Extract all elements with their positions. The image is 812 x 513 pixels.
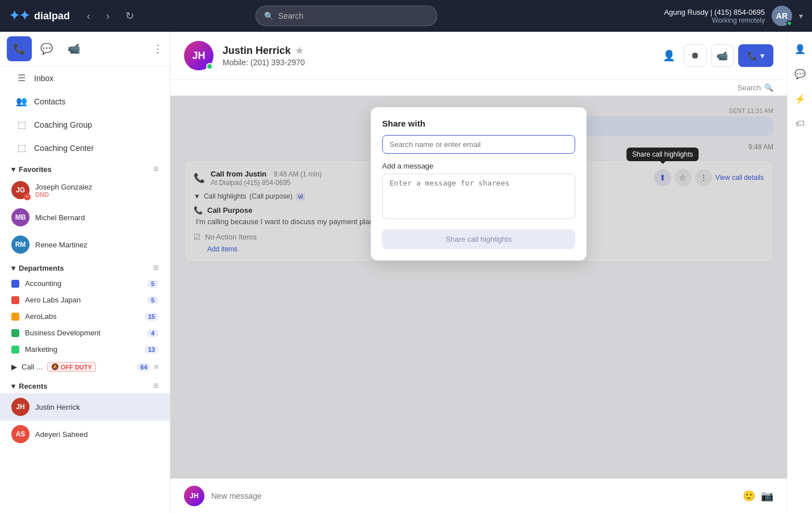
- chat-search-row: Search 🔍: [170, 80, 787, 96]
- avatar[interactable]: AR: [772, 6, 792, 26]
- aero-labs-japan-name: Aero Labs Japan: [25, 296, 81, 304]
- chat-area[interactable]: Share with Add a message Share call high…: [170, 96, 787, 478]
- joseph-name: Joseph Gonzalez: [35, 183, 92, 191]
- star-icon[interactable]: ★: [295, 45, 303, 56]
- sidebar-item-coaching-group[interactable]: ⬚ Coaching Group: [5, 113, 165, 136]
- search-icon: 🔍: [764, 83, 773, 92]
- share-modal-title: Share with: [382, 119, 575, 128]
- dept-item-marketing[interactable]: Marketing 13: [0, 341, 170, 358]
- recent-item-adeyeri[interactable]: AS Adeyeri Saheed: [0, 421, 170, 448]
- tab-video[interactable]: 📹: [61, 36, 86, 61]
- sidebar-item-coaching-center[interactable]: ⬚ Coaching Center: [5, 137, 165, 159]
- accounting-dot: [11, 280, 19, 288]
- coaching-center-icon: ⬚: [16, 142, 27, 153]
- search-icon: 🔍: [264, 11, 274, 20]
- forward-button[interactable]: ›: [103, 8, 113, 24]
- marketing-badge: 13: [145, 346, 158, 354]
- recents-section-header[interactable]: ▾ Recents ≡: [0, 376, 170, 393]
- departments-menu-icon[interactable]: ≡: [153, 263, 158, 273]
- share-message-textarea[interactable]: [382, 174, 575, 219]
- aero-labs-japan-badge: 5: [147, 296, 158, 304]
- user-dropdown-button[interactable]: ▾: [799, 11, 803, 20]
- business-dev-badge: 4: [147, 329, 158, 337]
- call-button[interactable]: 📞 ▾: [738, 44, 773, 67]
- camera-button[interactable]: 📷: [761, 490, 773, 502]
- call-expand-icon: ▶: [11, 363, 17, 371]
- coaching-group-icon: ⬚: [16, 119, 27, 130]
- chat-search[interactable]: Search 🔍: [738, 83, 773, 92]
- favorites-collapse-icon: ▾: [11, 165, 15, 174]
- coaching-group-label: Coaching Group: [34, 120, 92, 129]
- off-duty-badge: 🔕 OFF DUTY: [47, 362, 96, 372]
- main-content: JH Justin Herrick ★ Mobile: (201) 393-29…: [170, 32, 787, 513]
- right-panel-person-button[interactable]: 👤: [790, 39, 810, 59]
- search-label: Search: [738, 83, 761, 92]
- departments-label: Departments: [19, 264, 64, 272]
- favorite-item-joseph[interactable]: JG ⛔ Joseph Gonzalez DND: [0, 176, 170, 204]
- favorites-menu-icon[interactable]: ≡: [153, 164, 158, 174]
- topnav-right: Agung Rusdy | (415) 854-0695 Working rem…: [664, 6, 803, 26]
- share-search-input[interactable]: [382, 135, 575, 154]
- emoji-button[interactable]: 🙂: [743, 490, 755, 502]
- coaching-center-label: Coaching Center: [34, 144, 94, 153]
- right-panel-zendesk-button[interactable]: ⚡: [790, 89, 810, 109]
- recents-label: Recents: [19, 382, 48, 390]
- business-dev-name: Business Development: [25, 329, 101, 337]
- global-search[interactable]: 🔍 Search: [256, 6, 437, 26]
- marketing-name: Marketing: [25, 345, 57, 354]
- back-button[interactable]: ‹: [83, 8, 94, 24]
- call-menu-icon[interactable]: ≡: [154, 363, 158, 371]
- message-input-area: JH 🙂 📷: [170, 478, 787, 513]
- share-call-highlights-button[interactable]: Share call highlights: [382, 229, 575, 249]
- departments-collapse-icon: ▾: [11, 264, 15, 272]
- favorites-label: Favorites: [19, 165, 52, 174]
- michel-name: Michel Bernard: [35, 213, 85, 222]
- tab-chat[interactable]: 💬: [34, 36, 59, 61]
- contact-online-dot: [206, 63, 213, 70]
- share-message-label: Add a message: [382, 162, 575, 170]
- favorites-section-header[interactable]: ▾ Favorites ≡: [0, 159, 170, 176]
- message-input[interactable]: [211, 491, 736, 501]
- right-panel-tag-button[interactable]: 🏷: [790, 113, 810, 134]
- sidebar-more-button[interactable]: ⋮: [153, 43, 163, 55]
- contacts-icon: 👥: [16, 96, 27, 107]
- call-count-badge: 64: [137, 363, 150, 371]
- call-icon: 📞: [747, 51, 757, 60]
- sidebar-item-contacts[interactable]: 👥 Contacts: [5, 90, 165, 112]
- dept-item-accounting[interactable]: Accounting 5: [0, 275, 170, 292]
- app-name: dialpad: [34, 10, 70, 22]
- user-status: Working remotely: [664, 16, 765, 24]
- recent-item-justin[interactable]: JH Justin Herrick: [0, 393, 170, 421]
- logo-icon: ✦✦: [9, 9, 30, 23]
- video-call-button[interactable]: 📹: [711, 44, 734, 67]
- dept-item-business-dev[interactable]: Business Development 4: [0, 325, 170, 341]
- user-name: Agung Rusdy | (415) 854-0695: [664, 8, 765, 16]
- contact-avatar: JH: [184, 41, 214, 70]
- tab-phone[interactable]: 📞: [7, 36, 32, 61]
- online-indicator: [786, 20, 792, 26]
- topnav: ✦✦ dialpad ‹ › ↻ 🔍 Search Agung Rusdy | …: [0, 0, 812, 32]
- contact-info: Justin Herrick ★ Mobile: (201) 393-2970: [223, 45, 650, 67]
- justin-name: Justin Herrick: [35, 403, 80, 411]
- msg-sender-avatar: JH: [184, 486, 204, 506]
- dept-item-aero-labs-japan[interactable]: Aero Labs Japan 5: [0, 292, 170, 308]
- right-panel-chat-button[interactable]: 💬: [790, 64, 810, 84]
- departments-section-header[interactable]: ▾ Departments ≡: [0, 258, 170, 275]
- recents-menu-icon[interactable]: ≡: [153, 381, 158, 391]
- right-panel: 👤 💬 ⚡ 🏷: [787, 32, 812, 513]
- accounting-name: Accounting: [25, 279, 61, 288]
- adeyeri-avatar: AS: [11, 425, 30, 443]
- message-input-icons: 🙂 📷: [743, 490, 773, 502]
- dept-item-aerolabs[interactable]: AeroLabs 15: [0, 308, 170, 325]
- recents-collapse-icon: ▾: [11, 382, 15, 390]
- favorite-item-michel[interactable]: MB Michel Bernard: [0, 204, 170, 231]
- refresh-button[interactable]: ↻: [122, 7, 137, 24]
- aerolabs-dot: [11, 313, 19, 321]
- favorite-item-renee[interactable]: RM Renee Martinez: [0, 231, 170, 258]
- renee-avatar: RM: [11, 236, 30, 254]
- record-button[interactable]: ⏺: [684, 44, 706, 67]
- add-contact-button[interactable]: 👤: [659, 45, 679, 66]
- sidebar-item-inbox[interactable]: ☰ Inbox: [5, 67, 165, 89]
- call-off-duty-item[interactable]: ▶ Call ... 🔕 OFF DUTY 64 ≡: [0, 358, 170, 376]
- marketing-dot: [11, 346, 19, 354]
